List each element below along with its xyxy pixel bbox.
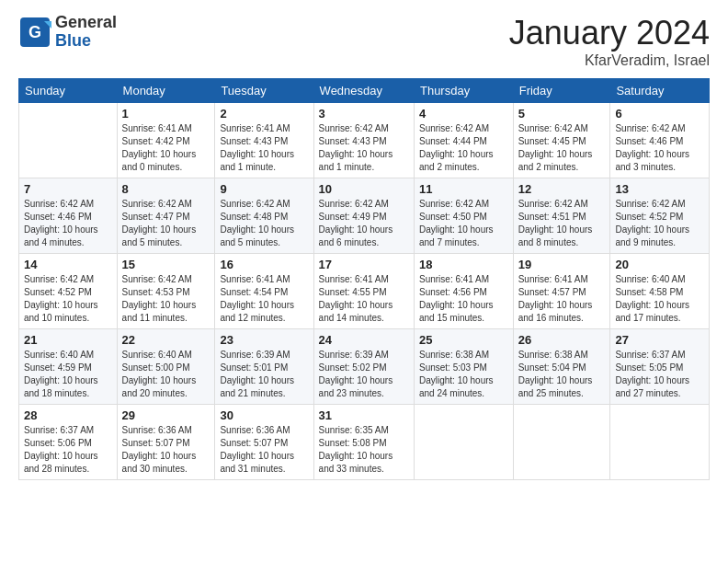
sunset-text: Sunset: 5:06 PM bbox=[24, 438, 92, 448]
day-number: 8 bbox=[122, 182, 210, 196]
table-row: 18 Sunrise: 6:41 AM Sunset: 4:56 PM Dayl… bbox=[414, 254, 513, 329]
day-info: Sunrise: 6:42 AM Sunset: 4:52 PM Dayligh… bbox=[24, 273, 112, 325]
table-row: 16 Sunrise: 6:41 AM Sunset: 4:54 PM Dayl… bbox=[215, 254, 313, 329]
table-row: 6 Sunrise: 6:42 AM Sunset: 4:46 PM Dayli… bbox=[610, 103, 710, 178]
sunset-text: Sunset: 5:05 PM bbox=[615, 362, 683, 373]
sunset-text: Sunset: 4:51 PM bbox=[518, 212, 586, 222]
sunset-text: Sunset: 4:45 PM bbox=[518, 136, 586, 146]
sunset-text: Sunset: 4:46 PM bbox=[24, 212, 92, 222]
day-number: 21 bbox=[24, 333, 112, 347]
sunrise-text: Sunrise: 6:41 AM bbox=[122, 123, 192, 133]
daylight-text: Daylight: 10 hours and 5 minutes. bbox=[220, 224, 294, 247]
daylight-text: Daylight: 10 hours and 27 minutes. bbox=[615, 375, 689, 398]
day-info: Sunrise: 6:37 AM Sunset: 5:06 PM Dayligh… bbox=[24, 424, 112, 476]
daylight-text: Daylight: 10 hours and 2 minutes. bbox=[419, 149, 494, 172]
sunset-text: Sunset: 4:44 PM bbox=[419, 136, 487, 146]
sunrise-text: Sunrise: 6:38 AM bbox=[419, 350, 489, 360]
sunset-text: Sunset: 4:50 PM bbox=[419, 212, 487, 222]
logo-icon: G bbox=[18, 16, 51, 49]
calendar-week-2: 7 Sunrise: 6:42 AM Sunset: 4:46 PM Dayli… bbox=[19, 178, 710, 254]
sunrise-text: Sunrise: 6:40 AM bbox=[615, 274, 685, 284]
sunrise-text: Sunrise: 6:39 AM bbox=[220, 350, 290, 360]
day-info: Sunrise: 6:36 AM Sunset: 5:07 PM Dayligh… bbox=[122, 424, 210, 476]
logo-blue: Blue bbox=[55, 32, 117, 51]
logo-general: General bbox=[55, 14, 117, 32]
table-row: 12 Sunrise: 6:42 AM Sunset: 4:51 PM Dayl… bbox=[513, 178, 610, 254]
day-info: Sunrise: 6:41 AM Sunset: 4:56 PM Dayligh… bbox=[419, 273, 508, 325]
sunrise-text: Sunrise: 6:42 AM bbox=[122, 199, 192, 209]
day-number: 3 bbox=[319, 107, 409, 121]
day-info: Sunrise: 6:40 AM Sunset: 4:59 PM Dayligh… bbox=[24, 349, 112, 400]
daylight-text: Daylight: 10 hours and 8 minutes. bbox=[518, 224, 593, 247]
daylight-text: Daylight: 10 hours and 25 minutes. bbox=[518, 375, 593, 398]
sunset-text: Sunset: 4:57 PM bbox=[518, 287, 586, 297]
day-info: Sunrise: 6:42 AM Sunset: 4:46 PM Dayligh… bbox=[24, 198, 112, 249]
table-row: 15 Sunrise: 6:42 AM Sunset: 4:53 PM Dayl… bbox=[117, 254, 215, 329]
day-number: 20 bbox=[615, 258, 704, 271]
sunset-text: Sunset: 4:43 PM bbox=[319, 136, 387, 146]
table-row: 3 Sunrise: 6:42 AM Sunset: 4:43 PM Dayli… bbox=[313, 103, 414, 178]
sunset-text: Sunset: 4:52 PM bbox=[24, 287, 92, 297]
sunset-text: Sunset: 5:07 PM bbox=[220, 438, 288, 448]
daylight-text: Daylight: 10 hours and 33 minutes. bbox=[319, 451, 393, 474]
table-row: 17 Sunrise: 6:41 AM Sunset: 4:55 PM Dayl… bbox=[313, 254, 414, 329]
day-info: Sunrise: 6:42 AM Sunset: 4:43 PM Dayligh… bbox=[319, 122, 409, 174]
daylight-text: Daylight: 10 hours and 18 minutes. bbox=[24, 375, 98, 398]
sunrise-text: Sunrise: 6:40 AM bbox=[24, 350, 94, 360]
sunset-text: Sunset: 5:04 PM bbox=[518, 362, 586, 373]
daylight-text: Daylight: 10 hours and 5 minutes. bbox=[122, 224, 197, 247]
table-row: 31 Sunrise: 6:35 AM Sunset: 5:08 PM Dayl… bbox=[313, 405, 414, 480]
sunrise-text: Sunrise: 6:40 AM bbox=[122, 350, 192, 360]
sunrise-text: Sunrise: 6:42 AM bbox=[122, 274, 192, 284]
sunrise-text: Sunrise: 6:42 AM bbox=[319, 123, 389, 133]
sunset-text: Sunset: 5:08 PM bbox=[319, 438, 387, 448]
calendar-week-4: 21 Sunrise: 6:40 AM Sunset: 4:59 PM Dayl… bbox=[19, 329, 710, 405]
sunset-text: Sunset: 4:48 PM bbox=[220, 212, 288, 222]
daylight-text: Daylight: 10 hours and 10 minutes. bbox=[24, 300, 98, 323]
calendar-week-3: 14 Sunrise: 6:42 AM Sunset: 4:52 PM Dayl… bbox=[19, 254, 710, 329]
day-number: 4 bbox=[419, 107, 508, 121]
day-number: 24 bbox=[319, 333, 409, 347]
table-row: 26 Sunrise: 6:38 AM Sunset: 5:04 PM Dayl… bbox=[513, 329, 610, 405]
logo: G General Blue bbox=[18, 14, 117, 51]
day-number: 1 bbox=[122, 107, 210, 121]
sunset-text: Sunset: 5:01 PM bbox=[220, 362, 288, 373]
table-row: 4 Sunrise: 6:42 AM Sunset: 4:44 PM Dayli… bbox=[414, 103, 513, 178]
table-row: 24 Sunrise: 6:39 AM Sunset: 5:02 PM Dayl… bbox=[313, 329, 414, 405]
table-row: 1 Sunrise: 6:41 AM Sunset: 4:42 PM Dayli… bbox=[117, 103, 215, 178]
sunset-text: Sunset: 4:53 PM bbox=[122, 287, 190, 297]
day-info: Sunrise: 6:42 AM Sunset: 4:53 PM Dayligh… bbox=[122, 273, 210, 325]
sunset-text: Sunset: 4:56 PM bbox=[419, 287, 487, 297]
day-info: Sunrise: 6:42 AM Sunset: 4:45 PM Dayligh… bbox=[518, 122, 606, 174]
day-info: Sunrise: 6:41 AM Sunset: 4:43 PM Dayligh… bbox=[220, 122, 308, 174]
table-row: 13 Sunrise: 6:42 AM Sunset: 4:52 PM Dayl… bbox=[610, 178, 710, 254]
day-number: 7 bbox=[24, 182, 112, 196]
table-row: 9 Sunrise: 6:42 AM Sunset: 4:48 PM Dayli… bbox=[215, 178, 313, 254]
sunset-text: Sunset: 4:43 PM bbox=[220, 136, 288, 146]
day-number: 12 bbox=[518, 182, 606, 196]
day-number: 15 bbox=[122, 258, 210, 271]
day-info: Sunrise: 6:40 AM Sunset: 4:58 PM Dayligh… bbox=[615, 273, 704, 325]
sunrise-text: Sunrise: 6:42 AM bbox=[319, 199, 389, 209]
daylight-text: Daylight: 10 hours and 11 minutes. bbox=[122, 300, 197, 323]
day-info: Sunrise: 6:37 AM Sunset: 5:05 PM Dayligh… bbox=[615, 349, 704, 400]
day-number: 25 bbox=[419, 333, 508, 347]
header-monday: Monday bbox=[117, 79, 215, 103]
day-info: Sunrise: 6:42 AM Sunset: 4:48 PM Dayligh… bbox=[220, 198, 308, 249]
daylight-text: Daylight: 10 hours and 1 minute. bbox=[319, 149, 393, 172]
sunset-text: Sunset: 5:00 PM bbox=[122, 362, 190, 373]
daylight-text: Daylight: 10 hours and 12 minutes. bbox=[220, 300, 294, 323]
daylight-text: Daylight: 10 hours and 16 minutes. bbox=[518, 300, 593, 323]
day-info: Sunrise: 6:41 AM Sunset: 4:55 PM Dayligh… bbox=[319, 273, 409, 325]
day-info: Sunrise: 6:41 AM Sunset: 4:57 PM Dayligh… bbox=[518, 273, 606, 325]
sunset-text: Sunset: 5:07 PM bbox=[122, 438, 190, 448]
calendar-week-1: 1 Sunrise: 6:41 AM Sunset: 4:42 PM Dayli… bbox=[19, 103, 710, 178]
day-info: Sunrise: 6:39 AM Sunset: 5:02 PM Dayligh… bbox=[319, 349, 409, 400]
sunrise-text: Sunrise: 6:39 AM bbox=[319, 350, 389, 360]
day-number: 22 bbox=[122, 333, 210, 347]
days-header-row: Sunday Monday Tuesday Wednesday Thursday… bbox=[19, 79, 710, 103]
sunrise-text: Sunrise: 6:42 AM bbox=[615, 199, 685, 209]
table-row: 2 Sunrise: 6:41 AM Sunset: 4:43 PM Dayli… bbox=[215, 103, 313, 178]
table-row: 23 Sunrise: 6:39 AM Sunset: 5:01 PM Dayl… bbox=[215, 329, 313, 405]
day-info: Sunrise: 6:41 AM Sunset: 4:42 PM Dayligh… bbox=[122, 122, 210, 174]
